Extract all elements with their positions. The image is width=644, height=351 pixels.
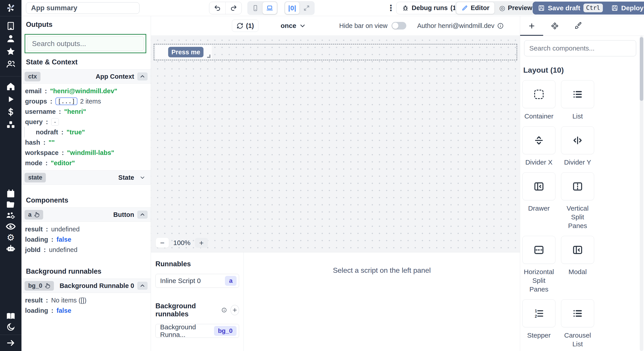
state-object-row[interactable]: state State (22, 170, 151, 185)
refresh-button[interactable]: (1) (232, 20, 258, 32)
sidebar-item-workers[interactable] (0, 210, 22, 221)
more-options-button[interactable]: ⋮ (387, 6, 395, 10)
sidebar-item-folders[interactable] (0, 199, 22, 210)
sidebar-item-home[interactable] (0, 80, 22, 93)
schedule-dropdown[interactable]: once (281, 22, 306, 30)
stepper-icon: 12 (534, 308, 544, 319)
kv-row[interactable]: mode:"editor" (25, 158, 151, 168)
expand-array-badge[interactable]: [...] (56, 98, 77, 105)
vertical-split-icon (572, 181, 583, 192)
undo-icon (214, 4, 221, 12)
sidebar-item-groups[interactable] (0, 58, 22, 70)
tab-editor[interactable]: Editor (456, 2, 494, 14)
kv-row[interactable]: loading:false (25, 234, 151, 244)
inline-script-badge: a (225, 276, 236, 286)
sidebar-item-user[interactable] (0, 32, 22, 45)
component-card-divider-x[interactable]: Divider X (522, 126, 556, 166)
kv-row[interactable]: query:- (25, 117, 151, 127)
ctx-object-row[interactable]: ctx App Context (22, 69, 151, 84)
app-canvas[interactable]: Press me − 100% + (151, 35, 520, 252)
component-card-drawer[interactable]: Drawer (522, 172, 556, 230)
kv-row[interactable]: result:No items ([]) (25, 295, 151, 306)
bot-icon (6, 244, 16, 253)
sidebar-item-runs[interactable] (0, 93, 22, 106)
chevron-down-icon (140, 175, 145, 180)
component-card-divider-y[interactable]: Divider Y (561, 126, 594, 166)
tab-component-settings[interactable] (543, 16, 566, 36)
component-card-list[interactable]: List (561, 80, 594, 120)
component-card-modal[interactable]: Modal (561, 236, 594, 294)
inline-script-item[interactable]: Inline Script 0 a (156, 274, 239, 288)
component-card-carousel-list[interactable]: Carousel List (561, 299, 594, 348)
collapse-bg-runnable-button[interactable] (137, 282, 148, 290)
empty-object-badge[interactable]: - (51, 118, 59, 126)
undo-button[interactable] (209, 2, 226, 14)
press-me-button[interactable]: Press me (168, 47, 204, 58)
sidebar-item-workspace[interactable] (0, 20, 22, 32)
search-components-input[interactable] (524, 40, 636, 56)
zoom-out-button[interactable]: − (156, 238, 169, 248)
kv-row[interactable]: hash:"" (25, 137, 151, 148)
kv-row[interactable]: groups:[...]2 items (25, 96, 151, 106)
bg-runnable-row[interactable]: bg_0 Background Runnable 0 (22, 278, 151, 293)
zoom-in-button[interactable]: + (195, 238, 208, 248)
expand-state-button[interactable] (137, 174, 148, 182)
component-a-row[interactable]: a Button (22, 208, 151, 222)
bg-runnable-item[interactable]: Background Runna... bg_0 (156, 324, 239, 338)
add-bg-runnable-button[interactable] (230, 305, 239, 315)
star-icon (6, 46, 16, 56)
debug-runs-button[interactable]: Debug runs (1) (396, 2, 464, 14)
sidebar-item-docs[interactable] (0, 310, 22, 322)
sidebar-item-audit[interactable] (0, 221, 22, 232)
kv-row[interactable]: jobId:undefined (25, 244, 151, 255)
kv-row[interactable]: workspace:"windmill-labs" (25, 148, 151, 158)
tab-insert-component[interactable] (520, 16, 543, 36)
sidebar-item-ai[interactable] (0, 243, 22, 254)
component-a-badge: a (24, 210, 43, 220)
sidebar-item-favorites[interactable] (0, 45, 22, 58)
center-content-button[interactable]: |0| (285, 2, 300, 14)
search-outputs-input[interactable] (27, 36, 144, 51)
kv-row[interactable]: loading:false (25, 306, 151, 316)
component-card-vertical-split[interactable]: Vertical Split Panes (561, 172, 594, 230)
script-editor-placeholder: Select a script on the left panel (244, 252, 520, 351)
bg-runnable-badge: bg_0 (24, 281, 54, 291)
selected-row-outline[interactable]: Press me (154, 44, 517, 60)
sidebar-item-variables[interactable] (0, 106, 22, 118)
sidebar-expand-button[interactable] (0, 335, 22, 351)
sidebar-item-schedules[interactable] (0, 188, 22, 199)
app-summary-input[interactable] (26, 2, 140, 14)
layout-toggle-group: |0| (284, 1, 314, 15)
tab-theme[interactable] (566, 16, 589, 36)
mobile-view-button[interactable] (248, 2, 262, 14)
sidebar-item-theme[interactable] (0, 322, 22, 332)
deploy-button[interactable]: Deploy (606, 2, 644, 14)
resize-handle[interactable] (207, 54, 210, 58)
collapse-ctx-button[interactable] (137, 72, 148, 80)
button-component-cell[interactable]: Press me (156, 46, 212, 59)
sidebar-item-settings[interactable]: ⚙ (0, 232, 22, 243)
component-card-container[interactable]: Container (522, 80, 556, 120)
component-card-stepper[interactable]: 12Stepper (522, 299, 556, 348)
redo-button[interactable] (226, 2, 242, 14)
tab-preview[interactable]: ◎ Preview (494, 2, 537, 14)
pencil-icon (461, 5, 468, 12)
hide-bar-toggle[interactable] (392, 22, 406, 30)
kv-row[interactable]: result:undefined (25, 224, 151, 234)
kv-row[interactable]: email:"henri@windmill.dev" (25, 86, 151, 96)
windmill-logo[interactable] (0, 0, 22, 16)
fullscreen-button[interactable] (300, 2, 314, 14)
kv-row[interactable]: username:"henri" (25, 106, 151, 117)
sidebar-item-resources[interactable] (0, 118, 22, 131)
boxes-icon (6, 120, 16, 130)
desktop-view-button[interactable] (262, 2, 277, 14)
top-toolbar: |0| ⋮ Debug runs (1) Editor ◎ Preview Sa… (22, 0, 644, 16)
app-sidebar: ⚙ (0, 0, 22, 351)
plus-icon (232, 307, 238, 313)
users-icon (6, 59, 16, 69)
bg-runnable-badge: bg_0 (214, 326, 236, 336)
scrollbar-thumb[interactable] (640, 37, 643, 101)
kv-row[interactable]: nodraft:"true" (25, 127, 151, 137)
component-card-horizontal-split[interactable]: Horizontal Split Panes (522, 236, 556, 294)
collapse-component-a-button[interactable] (137, 210, 148, 219)
